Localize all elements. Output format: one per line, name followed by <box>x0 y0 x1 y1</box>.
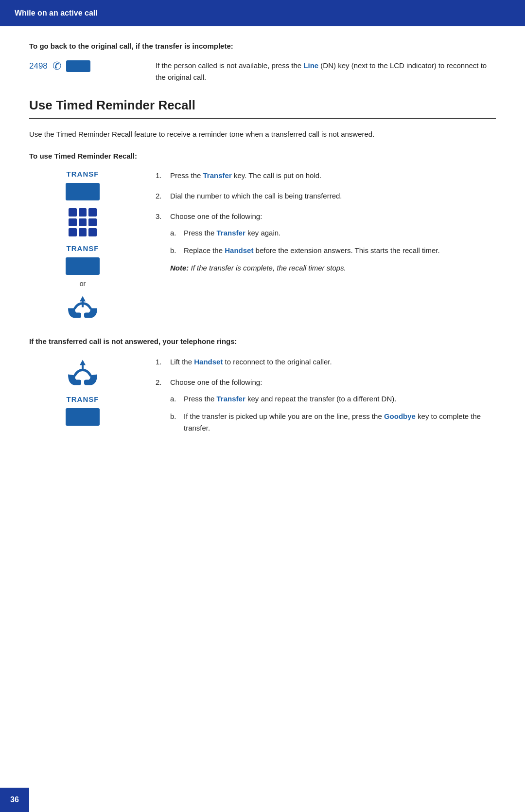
timed-reminder-section: Use Timed Reminder Recall Use the Timed … <box>29 98 496 449</box>
sub-step-3a: a. Press the Transfer key again. <box>170 227 496 239</box>
icon-column-timed: TRANSF TRANSF or <box>29 170 136 322</box>
handset-link-1: Handset <box>225 246 253 254</box>
step-list: 1. Press the Transfer key. The call is p… <box>156 170 496 274</box>
section-title: Use Timed Reminder Recall <box>29 98 496 113</box>
header-bar: While on an active call <box>0 0 525 26</box>
if-transferred-row: TRANSF 1. Lift the Handset to reconnect … <box>29 356 496 449</box>
blue-button-2 <box>66 257 100 275</box>
step-2: 2. Dial the number to which the call is … <box>156 190 496 202</box>
key-6 <box>88 218 97 227</box>
svg-marker-0 <box>80 296 86 307</box>
sub-step-2b: b. If the transfer is picked up while yo… <box>170 411 496 434</box>
use-timed-reminder-row: TRANSF TRANSF or <box>29 170 496 322</box>
phone-icon: ✆ <box>52 60 61 72</box>
key-3 <box>88 208 97 217</box>
number-2498: 2498 <box>29 61 48 71</box>
transfer-link-2: Transfer <box>217 229 245 237</box>
back-to-call-section: To go back to the original call, if the … <box>29 41 496 83</box>
sub-step-2a: a. Press the Transfer key and repeat the… <box>170 393 496 405</box>
transfer-link-3: Transfer <box>217 395 245 403</box>
step-list-2: 1. Lift the Handset to reconnect to the … <box>156 356 496 440</box>
back-call-description: If the person called is not available, p… <box>156 60 496 83</box>
handset-ring-icon <box>61 356 105 390</box>
sub-step-list-3: a. Press the Transfer key again. b. Repl… <box>170 227 496 256</box>
key-8 <box>79 228 87 236</box>
transf-label-2: TRANSF <box>29 244 136 253</box>
steps-column-ringing: 1. Lift the Handset to reconnect to the … <box>156 356 496 449</box>
back-desc-before: If the person called is not available, p… <box>156 61 303 70</box>
svg-marker-1 <box>80 360 86 369</box>
page-number: 36 <box>10 795 19 804</box>
to-use-title: To use Timed Reminder Recall: <box>29 152 496 160</box>
page-number-bar: 36 <box>0 788 29 812</box>
back-to-call-title: To go back to the original call, if the … <box>29 41 496 51</box>
step-2-2: 2. Choose one of the following: a. Press… <box>156 377 496 440</box>
or-label: or <box>80 280 86 288</box>
header-title: While on an active call <box>15 9 98 17</box>
step-3: 3. Choose one of the following: a. Press… <box>156 211 496 274</box>
if-transferred-section: If the transferred call is not answered,… <box>29 336 496 449</box>
section-divider <box>29 118 496 119</box>
if-transferred-title: If the transferred call is not answered,… <box>29 336 496 346</box>
keypad-icon <box>66 205 100 239</box>
handset-down-icon <box>61 292 105 322</box>
goodbye-link: Goodbye <box>384 412 416 420</box>
section-description: Use the Timed Reminder Recall feature to… <box>29 128 496 140</box>
steps-column-timed: 1. Press the Transfer key. The call is p… <box>156 170 496 322</box>
note-text: Note: If the transfer is complete, the r… <box>170 262 496 274</box>
blue-button-1 <box>66 183 100 200</box>
key-1 <box>69 208 77 217</box>
handset-link-2: Handset <box>194 358 223 366</box>
key-4 <box>69 218 77 227</box>
sub-step-3b: b. Replace the Handset before the extens… <box>170 245 496 256</box>
line-link: Line <box>303 61 318 70</box>
key-5 <box>79 218 87 227</box>
sub-step-list-2b: a. Press the Transfer key and repeat the… <box>170 393 496 434</box>
step-2-1: 1. Lift the Handset to reconnect to the … <box>156 356 496 368</box>
step-1: 1. Press the Transfer key. The call is p… <box>156 170 496 181</box>
icon-column-ringing: TRANSF <box>29 356 136 449</box>
blue-button-3 <box>66 408 100 426</box>
blue-rect-key <box>66 60 90 72</box>
transf-label-3: TRANSF <box>29 395 136 403</box>
back-call-icons: 2498 ✆ <box>29 60 136 72</box>
key-2 <box>79 208 87 217</box>
transf-label-1: TRANSF <box>29 170 136 178</box>
transfer-link-1: Transfer <box>203 171 232 180</box>
key-9 <box>88 228 97 236</box>
key-7 <box>69 228 77 236</box>
